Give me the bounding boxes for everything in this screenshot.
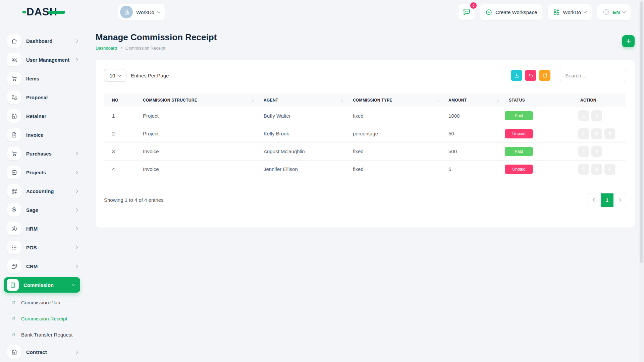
entries-per-page-select[interactable]: 10 [104,69,126,82]
status-badge: Paid [505,111,533,120]
column-header-no[interactable]: NO [104,94,135,107]
invoice-button[interactable] [578,146,589,157]
column-header-action: ACTION [572,94,626,107]
breadcrumb-separator-icon [120,47,122,49]
sidebar-item-items[interactable]: Items [0,69,86,88]
sidebar-item-label: User Management [26,57,75,63]
delete-button[interactable] [604,128,615,139]
sort-icon[interactable]: ↑↓ [497,99,499,102]
sidebar-item-hrm[interactable]: HRM [0,219,86,238]
chevron-right-icon [75,208,78,212]
sidebar-item-accounting[interactable]: Accounting [0,182,86,200]
plus-icon [626,38,632,44]
entries-summary: Showing 1 to 4 of 4 entries [104,197,164,203]
workspace-name: WorkDo [136,9,154,15]
check-square-icon [7,166,21,179]
cell-agent: Kelly Brook [256,125,345,142]
sidebar-subitem-commission-plan[interactable]: Commission Plan [0,294,86,310]
sidebar-item-projects[interactable]: Projects [0,163,86,182]
sidebar-item-label: Retainer [26,113,78,119]
sort-icon[interactable]: ↑↓ [252,99,254,102]
create-workspace-button[interactable]: Create Workspace [480,4,542,20]
sort-icon[interactable]: ↑↓ [436,99,438,102]
sidebar-item-proposal[interactable]: Proposal [0,88,86,107]
sidebar-item-retainer[interactable]: Retainer [0,107,86,125]
chevron-right-icon [75,189,78,193]
messages-button[interactable]: 0 [459,4,475,20]
cell-agent: Buffy Walter [256,107,345,125]
sidebar-item-pos[interactable]: POS [0,238,86,257]
language-selector[interactable]: EN [597,4,631,20]
apps-menu-button[interactable]: WorkDo [548,4,592,20]
sort-icon[interactable]: ↑↓ [341,99,343,102]
breadcrumb-dashboard-link[interactable]: Dashboard [96,46,117,51]
receipt-icon [581,131,586,136]
column-header-agent[interactable]: AGENT↑↓ [256,94,345,107]
receipt-icon [581,167,586,172]
cell-type: percentage [345,125,440,142]
commission-receipt-table: NO COMMISSION STRUCTURE↑↓ AGENT↑↓ COMMIS… [104,94,626,178]
sidebar-item-commission[interactable]: Commission [4,277,80,293]
dots-grid-icon [7,241,21,254]
undo-button[interactable] [525,70,536,81]
sidebar-item-label: CRM [26,263,75,269]
person-dashed-circle-icon [7,222,21,235]
cell-no: 1 [104,107,135,125]
cell-structure: Project [135,125,256,142]
cell-type: fixed [345,160,440,178]
invoice-button[interactable] [578,128,589,139]
delete-button[interactable] [604,164,615,175]
brand-logo: DASH [22,6,86,18]
sidebar-item-label: Sage [26,207,75,213]
bullet-icon [11,300,16,305]
cell-structure: Invoice [135,160,256,178]
column-header-commission-structure[interactable]: COMMISSION STRUCTURE↑↓ [135,94,256,107]
column-header-status[interactable]: STATUS↑↓ [501,94,572,107]
column-header-commission-type[interactable]: COMMISSION TYPE↑↓ [345,94,440,107]
topbar: DASH WorkDo 0 Create Workspace [0,0,644,24]
invoice-button[interactable] [578,110,589,121]
sidebar-subitem-bank-transfer-request[interactable]: Bank Transfer Request [0,326,86,343]
status-badge: Unpaid [505,165,533,174]
delete-button[interactable] [591,110,602,121]
workspace-avatar [120,6,133,18]
table-row: 2 Project Kelly Brook percentage 50 Unpa… [104,125,626,142]
cell-no: 4 [104,160,135,178]
pay-button[interactable]: $ [591,164,602,175]
sidebar-item-label: HRM [26,226,75,232]
previous-page-button[interactable] [588,193,601,207]
next-page-button[interactable] [613,193,626,207]
sidebar-subitem-commission-receipt[interactable]: Commission Receipt [0,310,86,326]
delete-button[interactable] [591,146,602,157]
sidebar-item-sage[interactable]: S Sage [0,200,86,219]
sidebar-item-dashboard[interactable]: Dashboard [0,32,86,50]
scrollbar-track[interactable] [639,0,644,362]
scrollbar-thumb[interactable] [640,1,643,263]
floppy-icon [7,345,21,359]
table-toolbar: 10 Entries Per Page [104,69,626,82]
chevron-down-icon [623,10,626,13]
sidebar-item-contract[interactable]: Contract [0,343,86,361]
refresh-button[interactable] [539,70,550,81]
sidebar-item-invoice[interactable]: Invoice [0,125,86,144]
column-header-amount[interactable]: AMOUNT↑↓ [440,94,501,107]
search-input[interactable] [560,69,626,82]
sidebar-item-crm[interactable]: CRM [0,257,86,276]
chevron-right-icon [75,227,78,230]
floppy-icon [7,109,21,123]
sidebar-item-label: POS [26,245,75,250]
export-button[interactable] [511,70,522,81]
create-receipt-button[interactable] [622,35,635,47]
sidebar-item-user-management[interactable]: User Management [0,50,86,69]
cell-agent: Jennifer Ellison [256,160,345,178]
chevron-right-icon [75,152,78,155]
sort-icon[interactable]: ↑↓ [568,99,570,102]
sidebar-item-purchases[interactable]: Purchases [0,144,86,163]
page-number-button[interactable]: 1 [601,193,613,207]
chevron-right-icon [618,198,622,202]
workspace-selector[interactable]: WorkDo [118,4,165,20]
sage-icon: S [7,203,21,217]
chevron-right-icon [75,350,78,354]
pay-button[interactable]: $ [591,128,602,139]
invoice-button[interactable] [578,164,589,175]
